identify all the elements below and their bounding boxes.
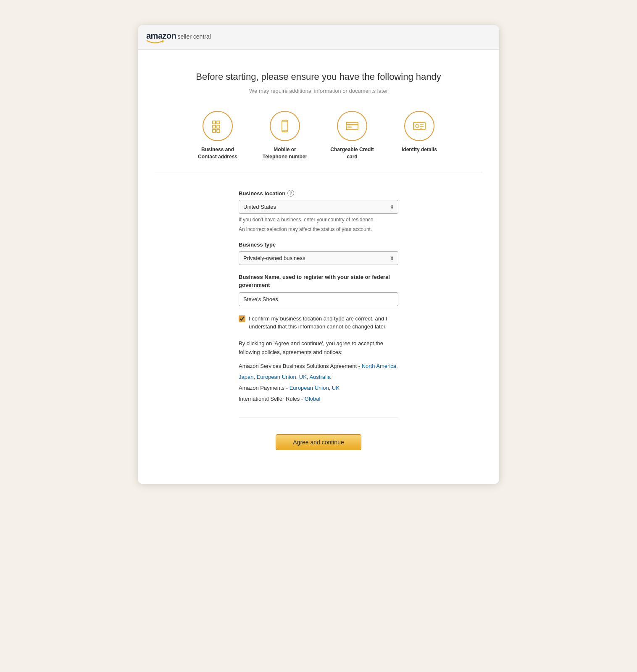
svg-rect-4 xyxy=(217,125,220,128)
business-location-select-wrapper: United States United Kingdom Canada Germ… xyxy=(239,200,398,214)
business-address-icon-circle xyxy=(203,111,233,141)
svg-rect-14 xyxy=(413,122,425,130)
svg-rect-2 xyxy=(217,121,220,124)
business-name-label: Business Name, used to register with you… xyxy=(239,273,398,289)
policy-2-eu[interactable]: European Union xyxy=(290,385,329,391)
policy-row-3: International Seller Rules - Global xyxy=(239,394,398,404)
business-location-select[interactable]: United States United Kingdom Canada Germ… xyxy=(239,200,398,214)
confirmation-checkbox[interactable] xyxy=(239,315,245,322)
svg-rect-6 xyxy=(217,129,220,132)
business-address-label: Business and Contact address xyxy=(195,146,241,160)
business-location-hint2: An incorrect selection may affect the st… xyxy=(239,226,398,233)
logo-text: amazon seller central xyxy=(146,31,211,41)
policy-2-uk[interactable]: UK xyxy=(332,385,340,391)
business-location-label: Business location ? xyxy=(239,190,398,197)
credit-card-icon-circle xyxy=(337,111,367,141)
grid-icon xyxy=(210,118,225,134)
business-name-group: Business Name, used to register with you… xyxy=(239,273,398,306)
policy-row-1: Amazon Services Business Solutions Agree… xyxy=(239,361,398,383)
svg-point-15 xyxy=(416,124,419,128)
id-icon xyxy=(412,118,427,134)
policy-1-north-america[interactable]: North America xyxy=(362,363,396,369)
policies-section: Amazon Services Business Solutions Agree… xyxy=(239,361,398,404)
amazon-smile-icon xyxy=(146,40,164,43)
logo-amazon: amazon xyxy=(146,31,176,41)
icon-credit-card: Chargeable Credit card xyxy=(329,111,375,160)
svg-rect-3 xyxy=(213,125,216,128)
heading-section: Before starting, please ensure you have … xyxy=(155,71,482,94)
business-type-select[interactable]: Privately-owned business State-owned bus… xyxy=(239,251,398,265)
agree-continue-button[interactable]: Agree and continue xyxy=(276,434,361,450)
policy-2-prefix: Amazon Payments - xyxy=(239,385,290,391)
business-name-input[interactable] xyxy=(239,292,398,306)
main-window: amazon seller central Before starting, p… xyxy=(138,25,499,484)
icon-identity: Identity details xyxy=(396,111,442,160)
identity-icon-circle xyxy=(404,111,434,141)
policy-1-prefix: Amazon Services Business Solutions Agree… xyxy=(239,363,362,369)
business-location-group: Business location ? United States United… xyxy=(239,190,398,233)
registration-form: Business location ? United States United… xyxy=(239,190,398,459)
logo-seller-central: seller central xyxy=(177,33,211,40)
svg-rect-1 xyxy=(213,121,216,124)
icon-mobile: Mobile or Telephone number xyxy=(262,111,308,160)
agree-text: By clicking on 'Agree and continue', you… xyxy=(239,339,398,357)
page-subtitle: We may require additional information or… xyxy=(155,88,482,94)
logo: amazon seller central xyxy=(146,31,211,43)
business-type-group: Business type Privately-owned business S… xyxy=(239,242,398,265)
confirmation-checkbox-label[interactable]: I confirm my business location and type … xyxy=(249,315,398,331)
icon-business-address: Business and Contact address xyxy=(195,111,241,160)
divider xyxy=(239,417,398,417)
confirmation-checkbox-row: I confirm my business location and type … xyxy=(239,315,398,331)
policy-3-global[interactable]: Global xyxy=(305,396,321,402)
page-title: Before starting, please ensure you have … xyxy=(155,71,482,84)
business-location-help-icon[interactable]: ? xyxy=(287,190,294,197)
policy-row-2: Amazon Payments - European Union, UK xyxy=(239,383,398,394)
business-type-select-wrapper: Privately-owned business State-owned bus… xyxy=(239,251,398,265)
business-location-hint1: If you don't have a business, enter your… xyxy=(239,216,398,223)
svg-point-10 xyxy=(284,131,285,131)
policy-1-australia[interactable]: Australia xyxy=(309,374,331,380)
svg-rect-13 xyxy=(347,126,352,128)
policy-1-eu[interactable]: European Union xyxy=(257,374,296,380)
requirements-icons: Business and Contact address Mobile or T… xyxy=(155,111,482,173)
identity-label: Identity details xyxy=(402,146,437,153)
policy-1-uk[interactable]: UK xyxy=(299,374,307,380)
svg-rect-5 xyxy=(213,129,216,132)
page-content: Before starting, please ensure you have … xyxy=(138,50,499,484)
card-icon xyxy=(345,118,360,134)
business-type-label: Business type xyxy=(239,242,398,248)
credit-card-label: Chargeable Credit card xyxy=(329,146,375,160)
policy-1-japan[interactable]: Japan xyxy=(239,374,253,380)
policy-3-prefix: International Seller Rules - xyxy=(239,396,305,402)
phone-icon xyxy=(277,118,292,134)
button-row: Agree and continue xyxy=(239,430,398,459)
svg-rect-11 xyxy=(346,122,358,130)
header: amazon seller central xyxy=(138,25,499,50)
mobile-label: Mobile or Telephone number xyxy=(262,146,308,160)
mobile-icon-circle xyxy=(270,111,300,141)
